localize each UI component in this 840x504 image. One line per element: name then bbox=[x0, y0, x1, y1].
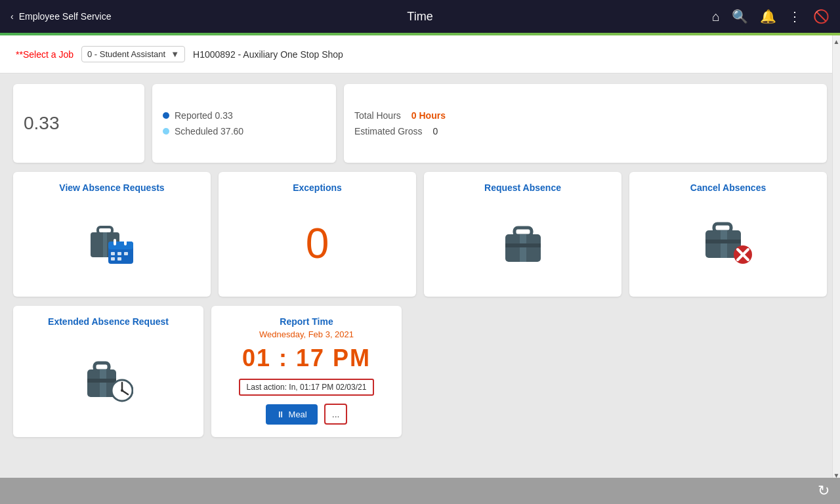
scheduled-label: Scheduled 37.60 bbox=[175, 126, 243, 136]
last-action-text: Last action: In, 01:17 PM 02/03/21 bbox=[247, 383, 367, 392]
total-hours-row: Total Hours 0 Hours bbox=[354, 110, 816, 121]
exceptions-title: Exceptions bbox=[293, 182, 342, 193]
exceptions-zero: 0 bbox=[306, 222, 329, 264]
extended-absence-card[interactable]: Extended Absence Request bbox=[13, 306, 203, 437]
search-icon[interactable]: 🔍 bbox=[732, 9, 748, 24]
reported-item: Reported 0.33 bbox=[163, 110, 326, 121]
block-icon[interactable]: 🚫 bbox=[813, 9, 830, 24]
hours-card: Total Hours 0 Hours Estimated Gross 0 bbox=[344, 84, 827, 163]
more-vert-icon[interactable]: ⋮ bbox=[788, 9, 801, 24]
request-absence-title: Request Absence bbox=[484, 182, 561, 193]
main-content: 0.33 Reported 0.33 Scheduled 37.60 Total… bbox=[0, 74, 840, 504]
svg-rect-14 bbox=[520, 234, 526, 262]
svg-rect-8 bbox=[111, 257, 115, 261]
more-options-button[interactable]: ... bbox=[324, 404, 348, 425]
page-title: Time bbox=[407, 10, 432, 24]
exceptions-icon: 0 bbox=[306, 201, 329, 286]
extended-absence-icon bbox=[84, 335, 133, 427]
luggage-calendar-svg bbox=[87, 220, 136, 266]
vertical-scrollbar[interactable]: ▲ ▼ bbox=[832, 35, 840, 482]
bottom-cards-row: Extended Absence Request Report Time bbox=[13, 306, 827, 437]
refresh-icon[interactable]: ↻ bbox=[818, 482, 830, 499]
extended-absence-title: Extended Absence Request bbox=[48, 316, 169, 327]
back-nav[interactable]: ‹ Employee Self Service bbox=[10, 11, 112, 22]
scroll-up-icon[interactable]: ▲ bbox=[833, 38, 840, 45]
home-icon[interactable]: ⌂ bbox=[712, 9, 720, 24]
svg-point-30 bbox=[121, 389, 123, 392]
svg-rect-5 bbox=[111, 252, 115, 255]
svg-rect-25 bbox=[100, 369, 106, 397]
job-select-value: 0 - Student Assistant bbox=[87, 49, 165, 59]
job-select-label: **Select a Job bbox=[16, 49, 74, 60]
estimated-gross-label: Estimated Gross bbox=[354, 126, 422, 136]
svg-rect-19 bbox=[705, 240, 741, 243]
cancel-absences-card[interactable]: Cancel Absences bbox=[629, 172, 827, 297]
request-absence-card[interactable]: Request Absence bbox=[424, 172, 621, 297]
svg-rect-11 bbox=[124, 239, 127, 245]
total-hours-label: Total Hours bbox=[354, 110, 401, 121]
dropdown-arrow-icon: ▼ bbox=[171, 49, 179, 59]
cancel-absences-icon bbox=[702, 201, 755, 286]
last-action-box: Last action: In, 01:17 PM 02/03/21 bbox=[239, 379, 375, 396]
exceptions-card[interactable]: Exceptions 0 bbox=[219, 172, 416, 297]
report-time-title: Report Time bbox=[280, 316, 333, 327]
view-absence-icon bbox=[87, 201, 136, 286]
reported-number: 0.33 bbox=[24, 113, 60, 134]
number-card: 0.33 bbox=[13, 84, 144, 163]
request-absence-icon bbox=[500, 201, 546, 286]
luggage-cancel-svg bbox=[702, 220, 755, 266]
svg-rect-18 bbox=[721, 230, 727, 258]
topbar-icons: ⌂ 🔍 🔔 ⋮ 🚫 bbox=[712, 9, 830, 24]
svg-rect-15 bbox=[505, 243, 541, 247]
luggage-clock-svg bbox=[84, 358, 133, 404]
meal-label: Meal bbox=[289, 410, 307, 419]
svg-rect-9 bbox=[117, 257, 121, 261]
summary-row: 0.33 Reported 0.33 Scheduled 37.60 Total… bbox=[13, 84, 827, 163]
scheduled-item: Scheduled 37.60 bbox=[163, 126, 326, 136]
job-bar: **Select a Job 0 - Student Assistant ▼ H… bbox=[0, 35, 840, 74]
luggage-svg bbox=[500, 222, 546, 265]
total-hours-value: 0 Hours bbox=[411, 110, 446, 121]
topbar: ‹ Employee Self Service Time ⌂ 🔍 🔔 ⋮ 🚫 bbox=[0, 0, 840, 33]
back-label: Employee Self Service bbox=[19, 11, 112, 22]
estimated-gross-row: Estimated Gross 0 bbox=[354, 126, 816, 136]
svg-rect-4 bbox=[108, 242, 133, 249]
meal-pause-icon: ⏸ bbox=[276, 410, 285, 419]
report-time-date: Wednesday, Feb 3, 2021 bbox=[259, 329, 354, 339]
reported-dot bbox=[163, 112, 169, 119]
report-time-card: Report Time Wednesday, Feb 3, 2021 01 : … bbox=[211, 306, 402, 437]
report-time-clock: 01 : 17 PM bbox=[242, 345, 371, 372]
back-arrow-icon: ‹ bbox=[10, 11, 14, 22]
job-dropdown[interactable]: 0 - Student Assistant ▼ bbox=[81, 46, 185, 62]
org-name: H1000892 - Auxiliary One Stop Shop bbox=[193, 49, 343, 60]
estimated-gross-value: 0 bbox=[432, 126, 438, 136]
chart-card: Reported 0.33 Scheduled 37.60 bbox=[152, 84, 336, 163]
meal-button[interactable]: ⏸ Meal bbox=[266, 404, 318, 425]
report-time-buttons: ⏸ Meal ... bbox=[266, 404, 348, 425]
bell-icon[interactable]: 🔔 bbox=[760, 9, 776, 24]
svg-rect-2 bbox=[103, 232, 107, 257]
action-cards-row: View Absence Requests bbox=[13, 172, 827, 297]
reported-label: Reported 0.33 bbox=[175, 110, 233, 121]
svg-rect-26 bbox=[87, 379, 116, 383]
ellipsis-icon: ... bbox=[332, 409, 340, 419]
cancel-absences-title: Cancel Absences bbox=[690, 182, 766, 193]
svg-rect-10 bbox=[114, 239, 116, 245]
svg-rect-7 bbox=[124, 252, 128, 255]
scheduled-dot bbox=[163, 128, 169, 135]
svg-rect-6 bbox=[117, 252, 121, 255]
view-absence-title: View Absence Requests bbox=[59, 182, 164, 193]
view-absence-card[interactable]: View Absence Requests bbox=[13, 172, 211, 297]
bottom-bar: ↻ bbox=[0, 478, 840, 504]
